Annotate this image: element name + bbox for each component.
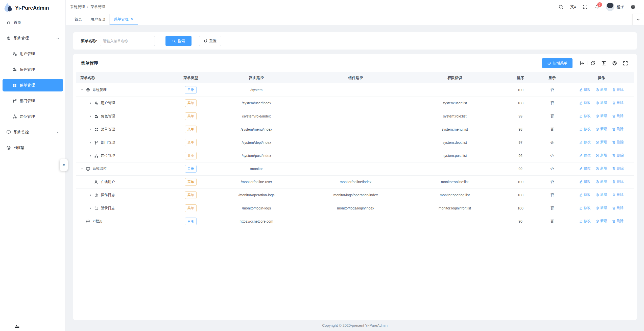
op-label: 修改	[584, 193, 591, 197]
op-修改-link[interactable]: 修改	[579, 140, 591, 145]
logo[interactable]: Yi-PureAdmin	[0, 0, 65, 16]
component-path: monitor/logs/operation/index	[307, 188, 404, 202]
density-button[interactable]	[601, 60, 606, 66]
table-wrapper: 菜单名称菜单类型路由路径组件路径权限标识排序显示操作 系统管理目录/system…	[73, 72, 637, 228]
op-删除-link[interactable]: 删除	[612, 153, 624, 158]
op-删除-link[interactable]: 删除	[612, 101, 624, 105]
tab-label: 菜单管理	[114, 17, 129, 22]
column-header-权限标识: 权限标识	[404, 72, 505, 83]
sidebar-item-用户管理[interactable]: 用户管理	[3, 48, 63, 60]
edit-icon	[579, 140, 583, 144]
expand-toggle-icon[interactable]	[89, 154, 92, 157]
expand-toggle-icon[interactable]	[89, 141, 92, 144]
trash-icon	[612, 127, 616, 131]
expand-toggle-icon[interactable]	[89, 207, 92, 210]
op-删除-link[interactable]: 删除	[612, 206, 624, 210]
expand-toggle-icon[interactable]	[89, 102, 92, 105]
op-修改-link[interactable]: 修改	[579, 127, 591, 131]
notification-button[interactable]: 7	[592, 2, 602, 12]
op-新增-link[interactable]: 新增	[595, 101, 607, 105]
op-修改-link[interactable]: 修改	[579, 206, 591, 210]
route-path: /system/menu/index	[206, 123, 307, 136]
search-button[interactable]	[556, 2, 566, 12]
fullscreen-button[interactable]	[580, 2, 590, 12]
op-修改-link[interactable]: 修改	[579, 179, 591, 184]
op-修改-link[interactable]: 修改	[579, 87, 591, 92]
op-新增-link[interactable]: 新增	[595, 153, 607, 158]
expand-toggle-icon[interactable]	[89, 128, 92, 131]
menu-type-tag: 菜单	[185, 112, 197, 120]
sidebar-item-首页[interactable]: 首页	[3, 16, 63, 29]
add-menu-button[interactable]: 新增菜单	[542, 58, 573, 68]
sidebar-collapse-button[interactable]: «	[60, 159, 68, 171]
permission-key: monitor:online:list	[404, 175, 505, 188]
op-修改-link[interactable]: 修改	[579, 193, 591, 197]
op-删除-link[interactable]: 删除	[612, 219, 624, 223]
plus-circle-icon	[595, 140, 599, 144]
op-新增-link[interactable]: 新增	[595, 193, 607, 197]
op-新增-link[interactable]: 新增	[595, 114, 607, 118]
op-删除-link[interactable]: 删除	[612, 87, 624, 92]
sidebar-item-系统管理[interactable]: 系统管理	[3, 32, 63, 44]
tabs-strip: 首页用户管理菜单管理	[70, 14, 138, 25]
op-删除-link[interactable]: 删除	[612, 114, 624, 118]
tabs-more-button[interactable]	[632, 14, 644, 25]
language-button[interactable]: 文A	[568, 2, 578, 12]
op-修改-link[interactable]: 修改	[579, 219, 591, 223]
op-新增-link[interactable]: 新增	[595, 140, 607, 145]
op-修改-link[interactable]: 修改	[579, 153, 591, 158]
sidebar-item-部门管理[interactable]: 部门管理	[3, 94, 63, 107]
sidebar-item-label: 岗位管理	[20, 114, 35, 119]
column-setting-button[interactable]	[612, 60, 617, 66]
expand-toggle-icon[interactable]	[89, 115, 92, 118]
tree-node: 用户管理	[80, 101, 176, 105]
edit-icon	[579, 167, 583, 171]
op-删除-link[interactable]: 删除	[612, 166, 624, 171]
breadcrumb-item[interactable]: 系统管理	[70, 5, 85, 9]
menu-type-tag: 目录	[185, 165, 197, 173]
menu-fold-icon[interactable]	[14, 323, 22, 329]
menu-table: 菜单名称菜单类型路由路径组件路径权限标识排序显示操作 系统管理目录/system…	[76, 72, 634, 228]
sidebar-item-岗位管理[interactable]: 岗位管理	[3, 110, 63, 123]
op-删除-link[interactable]: 删除	[612, 127, 624, 131]
tab-菜单管理[interactable]: 菜单管理	[109, 14, 138, 25]
expand-toggle-icon[interactable]	[89, 194, 92, 197]
tab-用户管理[interactable]: 用户管理	[86, 14, 109, 25]
op-新增-link[interactable]: 新增	[595, 179, 607, 184]
expand-all-button[interactable]	[579, 60, 585, 66]
user-menu[interactable]: 橙子	[604, 3, 626, 11]
op-修改-link[interactable]: 修改	[579, 166, 591, 171]
op-删除-link[interactable]: 删除	[612, 193, 624, 197]
op-删除-link[interactable]: 删除	[612, 140, 624, 145]
op-label: 新增	[600, 219, 607, 223]
grid-icon	[12, 83, 17, 88]
search-submit-button[interactable]: 搜索	[165, 36, 192, 46]
op-新增-link[interactable]: 新增	[595, 127, 607, 131]
table-row: 部门管理菜单/system/dept/indexsystem:dept:list…	[76, 136, 634, 149]
expand-toggle-icon[interactable]	[80, 88, 84, 91]
op-新增-link[interactable]: 新增	[595, 206, 607, 210]
settings-button[interactable]	[628, 2, 638, 12]
op-修改-link[interactable]: 修改	[579, 101, 591, 105]
menu-name-input[interactable]	[100, 36, 155, 46]
op-修改-link[interactable]: 修改	[579, 114, 591, 118]
sidebar-item-系统监控[interactable]: 系统监控	[3, 126, 63, 138]
sidebar-item-Yi框架[interactable]: Yi框架	[3, 141, 63, 154]
fullscreen-button[interactable]	[623, 60, 628, 66]
reset-button[interactable]: 重置	[199, 36, 221, 46]
tab-首页[interactable]: 首页	[70, 14, 86, 25]
refresh-button[interactable]	[590, 60, 595, 66]
tab-close-icon[interactable]	[130, 18, 134, 21]
permission-key: system:role:list	[404, 110, 505, 123]
op-删除-link[interactable]: 删除	[612, 179, 624, 184]
op-新增-link[interactable]: 新增	[595, 219, 607, 223]
component-path	[307, 149, 404, 162]
op-新增-link[interactable]: 新增	[595, 87, 607, 92]
expand-toggle-icon[interactable]	[80, 167, 84, 171]
sidebar-item-菜单管理[interactable]: 菜单管理	[3, 79, 63, 91]
user-lock-icon	[12, 52, 17, 56]
menu-fold-icon	[14, 324, 20, 329]
op-新增-link[interactable]: 新增	[595, 166, 607, 171]
component-path: monitor/logs/login/index	[307, 202, 404, 215]
sidebar-item-角色管理[interactable]: 角色管理	[3, 63, 63, 76]
